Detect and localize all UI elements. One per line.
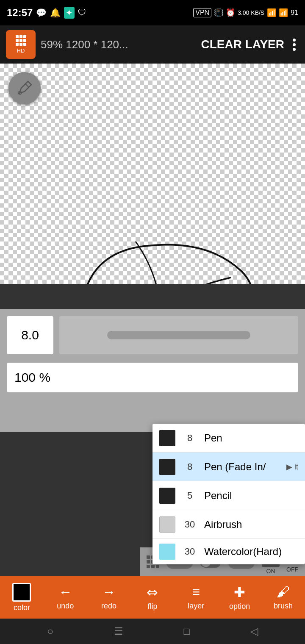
nav-brush-label: brush [274, 602, 293, 611]
status-time: 12:57 [7, 7, 33, 19]
brush-size-display[interactable]: 8.0 [7, 316, 53, 354]
brush-swatch [159, 430, 175, 446]
brush-name: Pencil [204, 490, 298, 502]
redo-icon: → [102, 584, 116, 600]
alarm-icon: ⏰ [226, 8, 235, 17]
color-swatch [12, 583, 31, 602]
nav-color[interactable]: color [5, 583, 39, 612]
undo-icon: ← [58, 584, 72, 600]
nav-layer[interactable]: ≡ layer [179, 584, 213, 611]
hd-button[interactable]: HD [6, 30, 36, 59]
clear-layer-button[interactable]: CLEAR LAYER [201, 38, 284, 51]
brush-item-pen-fade[interactable]: 8 Pen (Fade In/ ▶ it [152, 452, 305, 481]
brush-swatch [159, 488, 175, 504]
android-circle-btn[interactable]: ○ [47, 625, 53, 637]
notification-icon: 🔔 [50, 8, 61, 18]
eyedropper-button[interactable] [8, 72, 41, 104]
nav-option[interactable]: ✚ option [223, 584, 257, 611]
brush-item-airbrush[interactable]: 30 Airbrush [152, 510, 305, 539]
drawing-canvas[interactable] [0, 47, 305, 284]
network-speed: 3.00 KB/S [238, 9, 264, 16]
nav-undo[interactable]: ← undo [48, 584, 82, 611]
vibrate-icon: 📳 [214, 8, 223, 17]
nav-brush[interactable]: 🖌 brush [266, 584, 300, 611]
messenger-icon: 💬 [36, 8, 47, 18]
app-icon: ✦ [64, 7, 75, 19]
brush-swatch [159, 516, 175, 533]
brush-arrow: ▶ it [286, 462, 298, 472]
nav-redo-label: redo [101, 602, 116, 611]
nav-color-label: color [14, 603, 30, 612]
brush-name: Pen (Fade In/ [204, 461, 280, 473]
vpn-label: VPN [193, 8, 211, 17]
android-nav: ○ ☰ □ ◁ [0, 619, 305, 644]
status-bar: 12:57 💬 🔔 ✦ 🛡 VPN 📳 ⏰ 3.00 KB/S 📶 📶 91 [0, 0, 305, 25]
wifi-icon: 📶 [267, 8, 276, 17]
bottom-controls: 8.0 100 % [0, 309, 305, 432]
brush-name: Pen [204, 432, 298, 444]
brush-stroke-preview [107, 331, 250, 339]
brush-size: 30 [182, 546, 197, 557]
brush-size: 5 [182, 490, 197, 501]
brush-size: 8 [182, 461, 197, 472]
android-square-btn[interactable]: □ [183, 625, 190, 637]
nav-undo-label: undo [57, 602, 74, 611]
nav-redo[interactable]: → redo [92, 584, 126, 611]
nav-layer-label: layer [188, 602, 204, 611]
brush-size: 8 [182, 433, 197, 444]
shield-icon: 🛡 [78, 8, 86, 18]
opacity-display[interactable]: 100 % [7, 363, 298, 392]
flip-icon: ⇔ [147, 584, 158, 600]
brush-swatch [159, 459, 175, 475]
layer-icon: ≡ [192, 584, 200, 600]
sketch-svg [0, 47, 305, 284]
signal-icon: 📶 [279, 8, 288, 17]
brush-item-pen[interactable]: 8 Pen [152, 424, 305, 452]
bottom-nav: color ← undo → redo ⇔ flip ≡ layer ✚ opt… [0, 576, 305, 619]
brush-size: 30 [182, 519, 197, 530]
toggle-off-3-label: OFF [286, 566, 298, 573]
brush-item-pencil[interactable]: 5 Pencil [152, 481, 305, 510]
eyedropper-icon [16, 80, 33, 97]
canvas-info: 59% 1200 * 120... [41, 38, 196, 51]
battery-level: 91 [291, 9, 298, 17]
toggle-on-label: ON [266, 568, 275, 575]
nav-flip[interactable]: ⇔ flip [136, 584, 169, 611]
android-back-btn[interactable]: ◁ [250, 625, 258, 637]
brush-name: Watercolor(Hard) [204, 546, 298, 558]
brush-name: Airbrush [204, 519, 298, 530]
brush-preview [59, 316, 298, 354]
toolbar: HD 59% 1200 * 120... CLEAR LAYER [0, 25, 305, 64]
brush-item-watercolor[interactable]: 30 Watercolor(Hard) [152, 539, 305, 564]
nav-option-label: option [229, 602, 250, 611]
brush-swatch [159, 544, 175, 560]
brush-icon: 🖌 [276, 584, 290, 600]
more-options-button[interactable] [289, 37, 299, 53]
hd-label: HD [17, 47, 25, 54]
nav-flip-label: flip [147, 602, 157, 611]
brush-dropdown: 8 Pen 8 Pen (Fade In/ ▶ it 5 Pencil 30 A… [152, 424, 305, 564]
android-menu-btn[interactable]: ☰ [114, 625, 123, 637]
option-icon: ✚ [234, 584, 245, 600]
